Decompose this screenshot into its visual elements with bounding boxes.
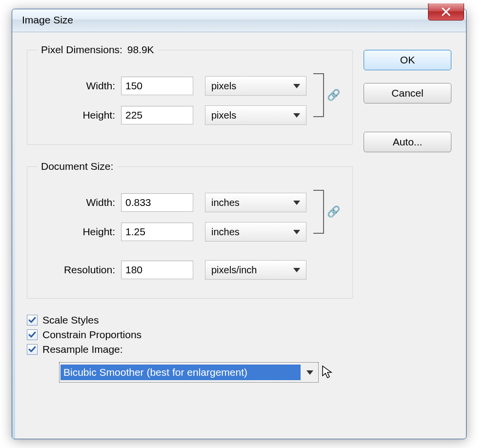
chevron-down-icon: [306, 370, 313, 375]
resample-checkbox-row: Resample Image:: [27, 344, 353, 355]
document-size-legend: Document Size:: [37, 161, 117, 172]
pixel-width-input[interactable]: [121, 77, 193, 95]
pixel-height-label: Height:: [37, 109, 121, 121]
resample-method-select[interactable]: Bicubic Smoother (best for enlargement): [59, 362, 319, 383]
constrain-checkbox[interactable]: [27, 329, 38, 340]
doc-width-input[interactable]: [121, 193, 193, 212]
resample-label: Resample Image:: [42, 344, 123, 355]
right-column: OK Cancel Auto...: [353, 44, 451, 383]
pixel-dimensions-group: Pixel Dimensions: 98.9K Width: pixels: [27, 44, 353, 145]
pixel-dimensions-size: 98.9K: [127, 44, 154, 56]
pixel-height-unit-select[interactable]: pixels: [205, 105, 306, 125]
scale-styles-checkbox-row: Scale Styles: [27, 314, 353, 326]
close-button[interactable]: [428, 3, 464, 20]
pixel-width-unit-value: pixels: [211, 81, 236, 92]
doc-link-bracket: 🔗: [313, 185, 343, 239]
resolution-label: Resolution:: [37, 264, 121, 276]
doc-width-unit-select[interactable]: inches: [205, 193, 306, 212]
scale-styles-label: Scale Styles: [42, 314, 99, 326]
ok-button-label: OK: [400, 54, 415, 66]
document-size-group: Document Size: Width: inches: [27, 161, 353, 299]
pixel-width-label: Width:: [37, 80, 121, 92]
cancel-button-label: Cancel: [391, 87, 423, 99]
doc-width-unit-value: inches: [211, 197, 240, 208]
chevron-down-icon: [293, 201, 300, 205]
dialog-body: Pixel Dimensions: 98.9K Width: pixels: [12, 32, 466, 439]
doc-height-unit-select[interactable]: inches: [205, 222, 306, 242]
scale-styles-checkbox[interactable]: [27, 315, 38, 326]
image-size-dialog: Image Size Pixel Dimensions: 98.9K: [12, 9, 467, 439]
cursor-icon: [322, 365, 334, 380]
pixel-link-bracket: 🔗: [313, 68, 343, 122]
cancel-button[interactable]: Cancel: [364, 83, 451, 103]
doc-width-label: Width:: [37, 197, 121, 208]
chevron-down-icon: [293, 113, 300, 118]
dialog-title: Image Size: [22, 14, 73, 26]
pixel-dimensions-legend: Pixel Dimensions: 98.9K: [37, 44, 158, 56]
chain-icon: 🔗: [327, 89, 340, 102]
resolution-unit-value: pixels/inch: [211, 265, 257, 276]
pixel-width-unit-select[interactable]: pixels: [205, 76, 306, 96]
constrain-checkbox-row: Constrain Proportions: [27, 329, 353, 341]
chevron-down-icon: [293, 84, 300, 88]
auto-button-label: Auto...: [393, 136, 423, 148]
pixel-dimensions-legend-label: Pixel Dimensions:: [41, 44, 122, 55]
auto-button[interactable]: Auto...: [364, 132, 451, 152]
chevron-down-icon: [293, 268, 300, 272]
resample-method-value: Bicubic Smoother (best for enlargement): [61, 365, 301, 380]
chevron-down-icon: [293, 230, 300, 234]
chain-icon: 🔗: [327, 205, 340, 218]
resample-checkbox[interactable]: [27, 344, 38, 355]
pixel-height-unit-value: pixels: [211, 110, 236, 121]
ok-button[interactable]: OK: [364, 50, 451, 70]
doc-height-unit-value: inches: [211, 226, 240, 238]
resolution-unit-select[interactable]: pixels/inch: [205, 260, 306, 280]
constrain-label: Constrain Proportions: [42, 329, 142, 341]
resolution-input[interactable]: [121, 261, 193, 279]
doc-height-input[interactable]: [121, 223, 193, 241]
titlebar: Image Size: [12, 9, 466, 32]
close-icon: [441, 6, 451, 17]
pixel-height-input[interactable]: [121, 106, 193, 124]
left-column: Pixel Dimensions: 98.9K Width: pixels: [27, 44, 353, 383]
doc-height-label: Height:: [37, 226, 121, 238]
